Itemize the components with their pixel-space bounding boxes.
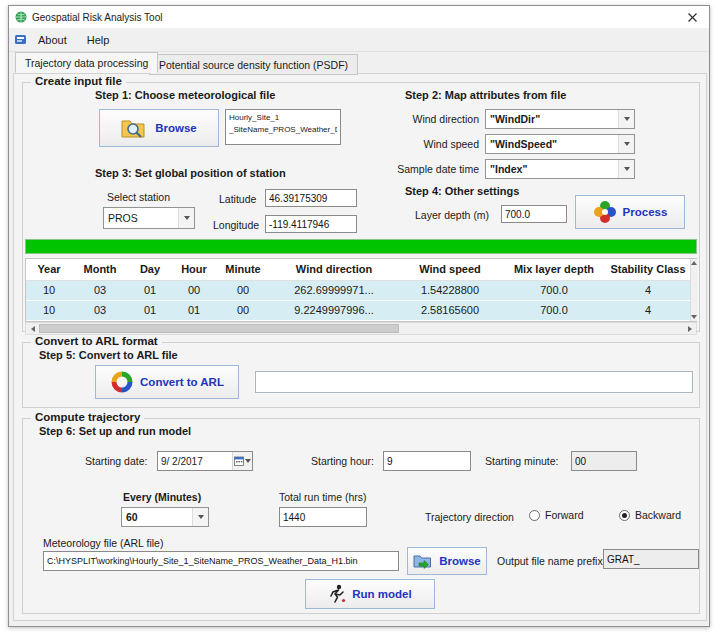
table-cell[interactable]: 4 <box>606 301 690 321</box>
sample-date-dropdown-icon[interactable] <box>618 160 634 178</box>
col-header-day[interactable]: Day <box>128 259 172 281</box>
step1-title: Step 1: Choose meteorological file <box>95 89 275 101</box>
table-cell[interactable]: 01 <box>172 301 216 321</box>
table-cell[interactable]: 10 <box>26 281 72 301</box>
met-file-input[interactable] <box>43 551 399 571</box>
table-cell[interactable]: 700.0 <box>502 281 606 301</box>
table-cell[interactable]: 00 <box>216 301 270 321</box>
close-button[interactable] <box>675 6 709 28</box>
sample-date-value: "Index" <box>490 163 618 175</box>
output-prefix-label: Output file name prefix <box>497 555 603 567</box>
table-cell[interactable]: 00 <box>216 281 270 301</box>
table-cell[interactable]: 00 <box>172 281 216 301</box>
layer-depth-label: Layer depth (m) <box>415 209 489 221</box>
scroll-right-icon[interactable] <box>683 323 696 334</box>
table-cell[interactable]: 700.0 <box>502 301 606 321</box>
output-prefix-input[interactable] <box>603 549 699 569</box>
wind-direction-label: Wind direction <box>391 113 479 125</box>
total-run-time-input[interactable] <box>279 507 367 527</box>
scroll-left-icon[interactable] <box>26 323 39 334</box>
trajectory-direction-label: Trajectory direction <box>425 511 514 523</box>
station-value: PROS <box>108 212 178 224</box>
table-cell[interactable]: 10 <box>26 301 72 321</box>
met-file-label: Meteorology file (ARL file) <box>43 537 163 549</box>
table-vertical-scrollbar[interactable] <box>690 259 697 321</box>
col-header-wind-direction[interactable]: Wind direction <box>270 259 398 281</box>
station-select[interactable]: PROS <box>103 207 195 229</box>
starting-minute-input[interactable] <box>571 451 637 471</box>
process-button[interactable]: Process <box>575 195 685 229</box>
folder-search-icon <box>121 117 149 139</box>
menu-help[interactable]: Help <box>78 31 119 49</box>
step1-browse-button[interactable]: Browse <box>99 109 219 147</box>
starting-hour-input[interactable] <box>383 451 471 471</box>
group-create-input-title: Create input file <box>31 75 126 87</box>
scroll-up-icon[interactable] <box>691 261 697 265</box>
table-cell[interactable]: 262.69999971... <box>270 281 398 301</box>
table-horizontal-scrollbar[interactable] <box>25 322 697 335</box>
station-dropdown-icon[interactable] <box>178 208 194 228</box>
backward-radio-circle[interactable] <box>619 510 630 521</box>
table-cell[interactable]: 1.54228800 <box>398 281 502 301</box>
forward-radio-circle[interactable] <box>529 510 540 521</box>
table-cell[interactable]: 03 <box>72 301 128 321</box>
starting-hour-label: Starting hour: <box>311 455 374 467</box>
menu-about[interactable]: About <box>29 31 76 49</box>
process-progress-bar <box>25 239 697 254</box>
run-model-button[interactable]: Run model <box>305 579 435 609</box>
process-pinwheel-icon <box>593 200 617 224</box>
col-header-mix-layer-depth[interactable]: Mix layer depth <box>502 259 606 281</box>
table-cell[interactable]: 4 <box>606 281 690 301</box>
layer-depth-input[interactable] <box>501 205 567 223</box>
col-header-wind-speed[interactable]: Wind speed <box>398 259 502 281</box>
sample-date-label: Sample date time <box>391 163 479 175</box>
forward-radio-label: Forward <box>545 509 584 521</box>
wind-speed-label: Wind speed <box>391 138 479 150</box>
step3-title: Step 3: Set global position of station <box>95 167 286 179</box>
table-cell[interactable]: 2.58165600 <box>398 301 502 321</box>
col-header-hour[interactable]: Hour <box>172 259 216 281</box>
col-header-month[interactable]: Month <box>72 259 128 281</box>
step1-file-textbox[interactable]: Hourly_Site_1 _SiteName_PROS_Weather_Dat… <box>225 109 341 145</box>
backward-radio[interactable]: Backward <box>619 509 681 521</box>
convert-to-arl-button[interactable]: Convert to ARL <box>95 365 239 399</box>
calendar-dropdown-icon[interactable] <box>232 452 252 470</box>
arl-browse-button[interactable]: Browse <box>407 547 487 575</box>
starting-date-picker[interactable]: 9/ 2/2017 <box>157 451 253 471</box>
wind-speed-dropdown-icon[interactable] <box>618 135 634 153</box>
every-minutes-value: 60 <box>126 511 192 523</box>
step1-file-line2: _SiteName_PROS_Weather_Data.csv <box>229 124 337 136</box>
wind-speed-select[interactable]: "WindSpeed" <box>485 134 635 154</box>
group-compute-trajectory: Compute trajectory Step 6: Set up and ru… <box>22 418 700 614</box>
wind-direction-dropdown-icon[interactable] <box>618 110 634 128</box>
every-minutes-select[interactable]: 60 <box>121 507 209 527</box>
process-label: Process <box>623 206 668 218</box>
col-header-minute[interactable]: Minute <box>216 259 270 281</box>
every-minutes-dropdown-icon[interactable] <box>192 508 208 526</box>
longitude-input[interactable] <box>265 215 357 233</box>
weather-data-table: Year Month Day Hour Minute Wind directio… <box>25 258 697 322</box>
step2-title: Step 2: Map attributes from file <box>405 89 566 101</box>
wind-speed-value: "WindSpeed" <box>490 138 618 150</box>
scroll-down-icon[interactable] <box>691 315 697 319</box>
table-cell[interactable]: 03 <box>72 281 128 301</box>
scrollbar-thumb[interactable] <box>39 324 399 333</box>
title-bar: Geospatial Risk Analysis Tool <box>9 6 709 28</box>
col-header-stability-class[interactable]: Stability Class <box>606 259 690 281</box>
app-menu-icon <box>14 33 27 46</box>
table-cell[interactable]: 01 <box>128 301 172 321</box>
forward-radio[interactable]: Forward <box>529 509 584 521</box>
col-header-year[interactable]: Year <box>26 259 72 281</box>
tab-psdf[interactable]: Potential source density function (PSDF) <box>149 54 358 75</box>
tab-trajectory-data-processing[interactable]: Trajectory data processing <box>15 52 158 73</box>
starting-date-value: 9/ 2/2017 <box>158 456 232 467</box>
menu-bar: About Help <box>9 28 709 52</box>
latitude-input[interactable] <box>265 189 357 207</box>
table-cell[interactable]: 9.2249997996... <box>270 301 398 321</box>
sample-date-select[interactable]: "Index" <box>485 159 635 179</box>
step5-title: Step 5: Convert to ARL file <box>39 349 178 361</box>
table-cell[interactable]: 01 <box>128 281 172 301</box>
longitude-label: Longitude <box>213 219 259 231</box>
wind-direction-select[interactable]: "WindDir" <box>485 109 635 129</box>
tab-page-panel: Create input file Step 1: Choose meteoro… <box>13 73 707 621</box>
